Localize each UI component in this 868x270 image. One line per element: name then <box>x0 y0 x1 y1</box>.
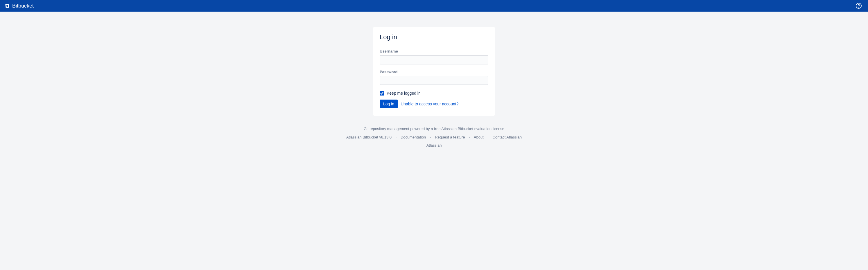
password-input[interactable] <box>380 76 488 85</box>
bitbucket-icon <box>5 3 10 8</box>
login-title: Log in <box>380 33 488 41</box>
access-help-link[interactable]: Unable to access your account? <box>401 102 458 106</box>
app-header: Bitbucket <box>0 0 868 11</box>
username-label: Username <box>380 49 488 54</box>
footer-request-feature-link[interactable]: Request a feature <box>435 135 465 139</box>
footer-company-link[interactable]: Atlassian <box>427 143 442 147</box>
username-group: Username <box>380 49 488 64</box>
footer-separator: · <box>488 135 489 139</box>
footer-separator: · <box>430 135 431 139</box>
footer-version: Atlassian Bitbucket v8.13.0 <box>346 135 392 139</box>
footer-contact-link[interactable]: Contact Atlassian <box>493 135 522 139</box>
footer-tagline: Git repository management powered by a f… <box>0 125 868 133</box>
product-logo[interactable]: Bitbucket <box>5 3 34 9</box>
footer-separator: · <box>396 135 397 139</box>
footer: Git repository management powered by a f… <box>0 125 868 149</box>
help-icon[interactable] <box>854 1 863 10</box>
footer-documentation-link[interactable]: Documentation <box>401 135 426 139</box>
product-name: Bitbucket <box>12 3 34 9</box>
footer-separator: · <box>469 135 470 139</box>
login-panel: Log in Username Password Keep me logged … <box>373 27 495 116</box>
remember-row: Keep me logged in <box>380 91 488 96</box>
remember-checkbox[interactable] <box>380 91 384 96</box>
remember-label[interactable]: Keep me logged in <box>386 91 421 96</box>
username-input[interactable] <box>380 55 488 64</box>
footer-about-link[interactable]: About <box>474 135 484 139</box>
svg-point-1 <box>859 7 859 7</box>
login-button[interactable]: Log in <box>380 100 398 108</box>
action-row: Log in Unable to access your account? <box>380 100 488 108</box>
main-content: Log in Username Password Keep me logged … <box>0 11 868 116</box>
password-label: Password <box>380 70 488 74</box>
password-group: Password <box>380 70 488 85</box>
footer-links: Atlassian Bitbucket v8.13.0 · Documentat… <box>0 133 868 149</box>
